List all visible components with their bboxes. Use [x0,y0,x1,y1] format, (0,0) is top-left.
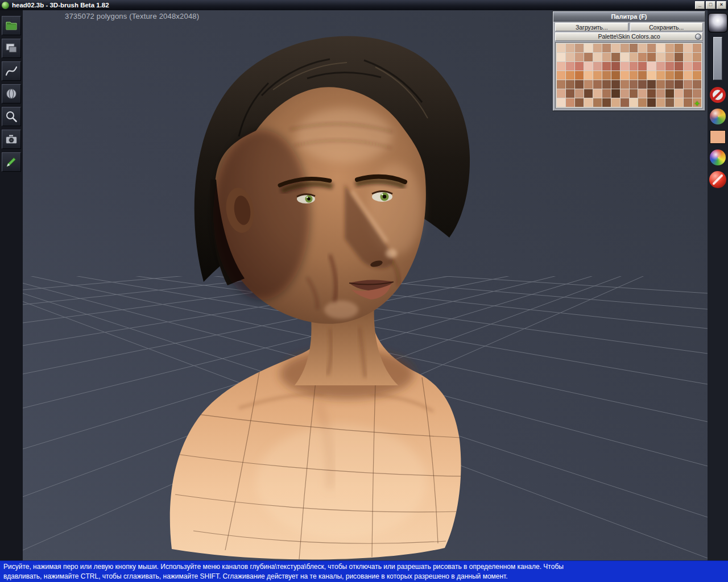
palette-swatch[interactable] [557,53,565,61]
palette-swatch[interactable] [630,71,638,80]
palette-swatch[interactable] [647,80,656,89]
palette-save-button[interactable]: Сохранить... [630,23,704,31]
palette-swatch[interactable] [647,98,656,107]
palette-swatch[interactable] [665,80,674,89]
palette-swatch[interactable] [566,44,574,52]
palette-swatch[interactable] [621,62,629,70]
palette-swatch[interactable] [656,44,665,52]
palette-swatch[interactable] [638,80,647,89]
palette-swatch[interactable] [566,80,574,89]
palette-swatch[interactable] [575,71,584,80]
palette-swatch[interactable] [557,71,565,80]
palette-swatch[interactable] [584,71,593,80]
palette-swatch[interactable] [665,71,674,80]
palette-swatch[interactable] [602,80,611,89]
palette-swatch[interactable] [638,62,647,70]
palette-swatch[interactable] [584,53,593,61]
palette-swatch[interactable] [638,98,647,107]
palette-swatch[interactable] [665,89,674,98]
palette-swatch[interactable] [665,44,674,52]
palette-swatch[interactable] [611,71,620,80]
palette-swatch[interactable] [566,89,574,98]
layers-button[interactable] [2,39,21,58]
current-color-swatch[interactable] [710,130,726,144]
palette-dropdown-knob-icon[interactable] [695,34,701,40]
channel-disabled-icon[interactable] [710,87,726,103]
palette-swatch[interactable] [575,53,584,61]
palette-swatch[interactable] [575,62,584,70]
palette-swatch[interactable] [602,62,611,70]
palette-swatch[interactable] [693,71,701,80]
palette-swatch[interactable] [593,62,602,70]
palette-swatch[interactable] [638,71,647,80]
palette-swatch[interactable] [656,53,665,61]
palette-add-color-button[interactable]: + [694,99,700,107]
palette-swatch[interactable] [621,44,629,52]
palette-swatch[interactable] [647,71,656,80]
palette-swatch[interactable] [621,98,629,107]
palette-swatch[interactable] [656,98,665,107]
palette-swatch[interactable] [665,53,674,61]
channel-disabled-ball-icon[interactable] [709,171,726,188]
palette-swatch[interactable] [656,89,665,98]
palette-swatch[interactable] [638,89,647,98]
palette-swatch[interactable] [638,53,647,61]
palette-panel-title[interactable]: Палитра (F) [553,12,705,22]
palette-swatch[interactable] [611,80,620,89]
palette-swatch[interactable] [684,53,692,61]
palette-swatch[interactable] [638,44,647,52]
palette-swatch[interactable] [593,80,602,89]
palette-swatch[interactable] [630,62,638,70]
head-model[interactable] [170,36,470,560]
palette-swatch[interactable] [647,62,656,70]
camera-tool-button[interactable] [2,130,21,149]
palette-swatch[interactable] [647,44,656,52]
palette-swatch[interactable] [647,53,656,61]
palette-swatch[interactable] [647,89,656,98]
pen-tool-button[interactable] [2,152,21,172]
palette-load-button[interactable]: Загрузить... [555,23,628,31]
palette-swatch[interactable] [566,71,574,80]
title-bar[interactable]: head02.3b - 3D-brush Beta 1.82 _ □ × [0,0,728,10]
palette-swatch[interactable] [575,80,584,89]
palette-swatch[interactable] [621,71,629,80]
minimize-button[interactable]: _ [695,1,705,9]
palette-swatch[interactable] [630,44,638,52]
palette-swatch[interactable] [575,44,584,52]
palette-swatch[interactable] [566,53,574,61]
palette-swatch[interactable] [602,89,611,98]
palette-swatch[interactable] [611,44,620,52]
palette-swatch[interactable] [602,44,611,52]
palette-swatch[interactable] [621,80,629,89]
palette-swatch[interactable] [630,80,638,89]
palette-swatch[interactable] [575,98,584,107]
palette-swatch[interactable] [593,71,602,80]
palette-swatch[interactable] [693,53,701,61]
palette-swatch[interactable] [675,53,683,61]
maximize-button[interactable]: □ [706,1,715,9]
palette-swatch[interactable] [675,98,683,107]
palette-swatch[interactable] [584,44,593,52]
palette-swatch[interactable] [693,89,701,98]
zoom-tool-button[interactable] [2,107,21,126]
palette-swatch[interactable] [630,98,638,107]
palette-swatch[interactable] [584,62,593,70]
palette-swatch[interactable] [656,71,665,80]
palette-swatch[interactable] [593,53,602,61]
palette-file-dropdown[interactable]: Palette\Skin Colors.aco [555,32,703,41]
sphere-tool-button[interactable] [2,84,21,103]
palette-swatch[interactable] [675,62,683,70]
palette-swatch[interactable] [693,44,701,52]
palette-swatch[interactable] [584,80,593,89]
palette-swatch[interactable] [611,98,620,107]
palette-swatch[interactable] [684,98,692,107]
palette-swatch[interactable] [684,44,692,52]
palette-swatch[interactable] [557,80,565,89]
palette-swatch[interactable] [684,71,692,80]
vertical-slider[interactable] [713,37,722,80]
palette-swatch[interactable] [656,62,665,70]
palette-swatch[interactable] [665,62,674,70]
palette-swatch[interactable] [675,44,683,52]
palette-swatch[interactable] [693,62,701,70]
palette-swatch[interactable] [575,89,584,98]
